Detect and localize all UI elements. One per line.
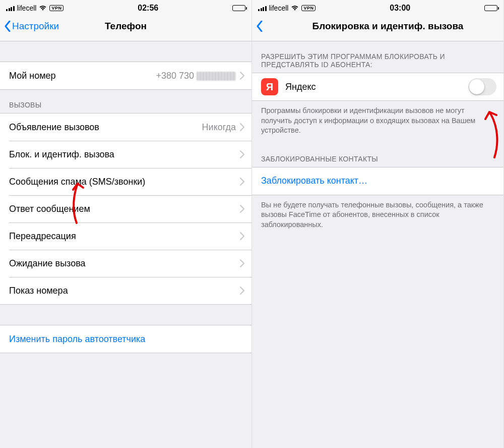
row-app-yandex[interactable]: Я Яндекс bbox=[252, 73, 503, 100]
cell-label: Сообщения спама (SMS/звонки) bbox=[9, 177, 240, 187]
section-footer-blocked: Вы не будете получать телефонные вызовы,… bbox=[252, 195, 503, 238]
group-voicemail: Изменить пароль автоответчика bbox=[0, 325, 251, 353]
cell-value: +380 730 bbox=[156, 71, 236, 81]
cell-label: Заблокировать контакт… bbox=[261, 176, 496, 186]
status-bar: lifecell VPN 02:56 bbox=[0, 0, 251, 14]
chevron-right-icon bbox=[240, 150, 244, 158]
section-header-allow-apps: РАЗРЕШИТЬ ЭТИМ ПРОГРАММАМ БЛОКИРОВАТЬ И … bbox=[252, 41, 503, 73]
chevron-right-icon bbox=[240, 259, 244, 267]
nav-bar: Настройки Телефон bbox=[0, 14, 251, 41]
battery-icon bbox=[484, 5, 497, 11]
group-allow-apps: Я Яндекс bbox=[252, 73, 503, 101]
chevron-right-icon bbox=[240, 123, 244, 131]
section-header-blocked: ЗАБЛОКИРОВАННЫЕ КОНТАКТЫ bbox=[252, 144, 503, 167]
toggle-yandex[interactable] bbox=[468, 78, 496, 95]
row-spam-report[interactable]: Сообщения спама (SMS/звонки) bbox=[0, 168, 251, 195]
row-announce-calls[interactable]: Объявление вызовов Никогда bbox=[0, 114, 251, 141]
group-blocked: Заблокировать контакт… bbox=[252, 167, 503, 195]
cell-label: Яндекс bbox=[285, 82, 468, 92]
row-block-contact[interactable]: Заблокировать контакт… bbox=[252, 167, 503, 195]
status-time: 03:00 bbox=[390, 4, 410, 13]
chevron-right-icon bbox=[240, 287, 244, 295]
vpn-badge: VPN bbox=[49, 5, 64, 11]
cell-label: Блок. и идентиф. вызова bbox=[9, 149, 240, 160]
carrier-label: lifecell bbox=[17, 4, 37, 12]
status-right bbox=[484, 5, 497, 11]
carrier-label: lifecell bbox=[269, 4, 289, 12]
row-block-identify[interactable]: Блок. и идентиф. вызова bbox=[0, 141, 251, 168]
chevron-right-icon bbox=[240, 72, 244, 80]
row-my-number[interactable]: Мой номер +380 730 bbox=[0, 62, 251, 89]
row-respond-with-text[interactable]: Ответ сообщением bbox=[0, 195, 251, 222]
vpn-badge: VPN bbox=[301, 5, 316, 11]
back-button[interactable] bbox=[256, 21, 263, 32]
cell-label: Ожидание вызова bbox=[9, 258, 240, 269]
status-time: 02:56 bbox=[138, 4, 158, 13]
wifi-icon bbox=[39, 5, 47, 11]
screen-call-blocking: lifecell VPN 03:00 Блокировка и идентиф.… bbox=[252, 0, 504, 448]
cell-label: Переадресация bbox=[9, 231, 240, 242]
redacted-number bbox=[197, 72, 236, 81]
status-bar: lifecell VPN 03:00 bbox=[252, 0, 503, 14]
row-show-caller-id[interactable]: Показ номера bbox=[0, 277, 251, 304]
cell-value: Никогда bbox=[202, 122, 236, 133]
status-left: lifecell VPN bbox=[258, 4, 316, 12]
row-change-voicemail-password[interactable]: Изменить пароль автоответчика bbox=[0, 325, 251, 353]
yandex-app-icon: Я bbox=[261, 78, 278, 95]
signal-icon bbox=[258, 5, 267, 11]
chevron-left-icon bbox=[4, 21, 11, 32]
chevron-right-icon bbox=[240, 232, 244, 240]
cell-label: Объявление вызовов bbox=[9, 122, 202, 133]
group-my-number: Мой номер +380 730 bbox=[0, 62, 251, 90]
signal-icon bbox=[6, 5, 15, 11]
section-footer-allow-apps: Программы блокировки и идентификации выз… bbox=[252, 101, 503, 144]
battery-icon bbox=[232, 5, 245, 11]
row-call-forwarding[interactable]: Переадресация bbox=[0, 222, 251, 250]
cell-label: Ответ сообщением bbox=[9, 204, 240, 214]
status-left: lifecell VPN bbox=[6, 4, 64, 12]
chevron-right-icon bbox=[240, 205, 244, 213]
status-right bbox=[232, 5, 245, 11]
cell-label: Мой номер bbox=[9, 71, 156, 81]
group-calls: Объявление вызовов Никогда Блок. и идент… bbox=[0, 113, 251, 305]
chevron-left-icon bbox=[256, 21, 263, 32]
back-label: Настройки bbox=[12, 21, 59, 32]
nav-bar: Блокировка и идентиф. вызова bbox=[252, 14, 503, 41]
cell-label: Изменить пароль автоответчика bbox=[9, 334, 244, 345]
chevron-right-icon bbox=[240, 178, 244, 186]
cell-label: Показ номера bbox=[9, 286, 240, 296]
back-button[interactable]: Настройки bbox=[4, 21, 59, 32]
screen-phone-settings: lifecell VPN 02:56 Настройки Телефон Мой… bbox=[0, 0, 252, 448]
row-call-waiting[interactable]: Ожидание вызова bbox=[0, 250, 251, 277]
section-header-calls: ВЫЗОВЫ bbox=[0, 90, 251, 113]
page-title: Блокировка и идентиф. вызова bbox=[252, 21, 503, 32]
wifi-icon bbox=[291, 5, 299, 11]
